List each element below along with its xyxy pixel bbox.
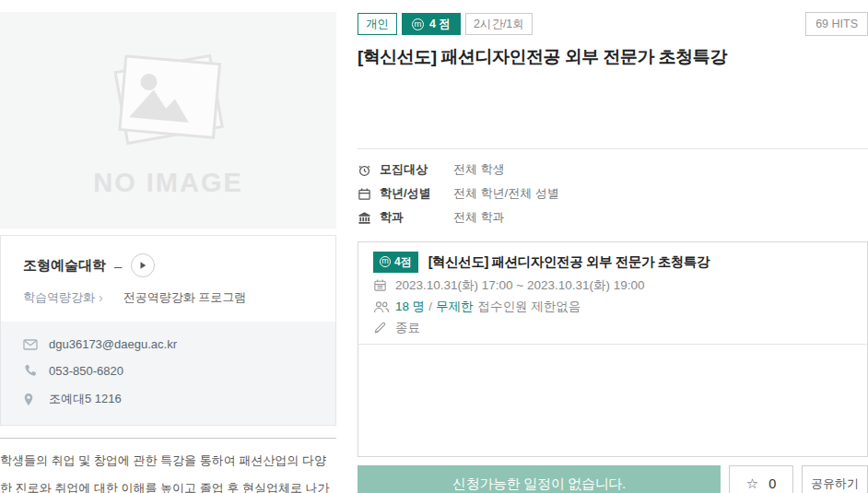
contact-phone: 053-850-6820 xyxy=(49,364,123,378)
calendar-icon xyxy=(373,278,395,292)
people-icon xyxy=(373,300,395,313)
clock-icon xyxy=(358,163,380,177)
info-value: 전체 학과 xyxy=(453,209,505,226)
action-row: 신청가능한 일정이 없습니다. ☆ 0 공유하기 xyxy=(358,465,868,493)
share-button[interactable]: 공유하기 xyxy=(802,465,868,493)
pen-icon xyxy=(373,321,395,335)
mail-icon xyxy=(23,339,49,350)
program-description: 학생들의 취업 및 창업에 관한 특강을 통하여 패션산업의 다양한 진로와 취… xyxy=(0,447,336,493)
schedule-card: m 4점 [혁신선도] 패션디자인전공 외부 전문가 초청특강 2023.10.… xyxy=(358,241,868,457)
mileage-points-badge: m 4 점 xyxy=(402,13,461,35)
duration-badge: 2시간/1회 xyxy=(465,13,533,35)
personal-badge: 개인 xyxy=(358,13,397,35)
chevron-right-icon: › xyxy=(99,290,103,305)
program-detail-page: NO IMAGE 조형예술대학 – 학습역량강화 › 전공역량강화 프로그램 xyxy=(0,0,868,493)
contact-location: 조예대5 1216 xyxy=(49,391,122,407)
calendar-icon xyxy=(358,187,380,201)
schedule-card-header: m 4점 [혁신선도] 패션디자인전공 외부 전문가 초청특강 2023.10.… xyxy=(358,242,867,344)
favorite-count: 0 xyxy=(768,476,776,491)
hits-badge: 69 HITS xyxy=(805,12,868,36)
schedule-card-body xyxy=(358,344,867,456)
contact-email-row: dgu36173@daegu.ac.kr xyxy=(23,337,313,351)
capacity: 무제한 xyxy=(436,299,474,315)
contact-phone-row: 053-850-6820 xyxy=(23,364,313,378)
page-title: [혁신선도] 패션디자인전공 외부 전문가 초청특강 xyxy=(358,45,868,69)
play-button[interactable] xyxy=(131,253,155,277)
left-column: NO IMAGE 조형예술대학 – 학습역량강화 › 전공역량강화 프로그램 xyxy=(0,12,336,493)
mileage-icon: m xyxy=(380,256,391,267)
star-icon: ☆ xyxy=(746,475,758,492)
info-label: 학년/성별 xyxy=(380,185,453,202)
schedule-status-row: 종료 xyxy=(373,320,852,335)
info-value: 전체 학생 xyxy=(453,161,505,178)
no-image-icon xyxy=(90,43,247,162)
schedule-date-range: 2023.10.31(화) 17:00 ~ 2023.10.31(화) 19:0… xyxy=(395,277,645,294)
no-schedule-button[interactable]: 신청가능한 일정이 없습니다. xyxy=(358,465,721,493)
right-column: 개인 m 4 점 2시간/1회 69 HITS [혁신선도] 패션디자인전공 외… xyxy=(358,12,868,493)
schedule-status: 종료 xyxy=(395,320,420,336)
program-description-section: 학생들의 취업 및 창업에 관한 특강을 통하여 패션산업의 다양한 진로와 취… xyxy=(0,438,336,493)
phone-icon xyxy=(23,364,49,378)
schedule-applicants-row: 18 명 / 무제한 접수인원 제한없음 xyxy=(373,299,852,314)
info-value: 전체 학년/전체 성별 xyxy=(453,185,559,202)
breadcrumb-program: 전공역량강화 프로그램 xyxy=(123,289,247,306)
organization-dash: – xyxy=(114,258,122,274)
info-row-department: 학과 전체 학과 xyxy=(358,205,868,229)
organization-header: 조형예술대학 – 학습역량강화 › 전공역량강화 프로그램 xyxy=(1,236,335,322)
info-section: 모집대상 전체 학생 학년/성별 전체 학년/전체 성별 xyxy=(358,148,868,229)
map-pin-icon xyxy=(23,393,49,406)
schedule-date-row: 2023.10.31(화) 17:00 ~ 2023.10.31(화) 19:0… xyxy=(373,277,852,293)
play-icon xyxy=(138,259,147,273)
program-image-placeholder: NO IMAGE xyxy=(0,12,336,229)
capacity-note: 접수인원 제한없음 xyxy=(478,299,581,315)
mileage-icon: m xyxy=(412,18,424,30)
mileage-points-label: 4점 xyxy=(394,254,412,270)
contact-section: dgu36173@daegu.ac.kr 053-850-6820 xyxy=(1,322,335,425)
mileage-points-badge-small: m 4점 xyxy=(373,252,418,273)
breadcrumb: 학습역량강화 › 전공역량강화 프로그램 xyxy=(23,289,313,306)
info-row-grade-gender: 학년/성별 전체 학년/전체 성별 xyxy=(358,182,868,205)
no-image-label: NO IMAGE xyxy=(93,168,243,198)
applicant-count: 18 명 xyxy=(395,299,425,315)
info-label: 모집대상 xyxy=(380,161,453,178)
favorite-button[interactable]: ☆ 0 xyxy=(729,465,793,493)
badge-row: 개인 m 4 점 2시간/1회 69 HITS xyxy=(358,12,868,36)
breadcrumb-category: 학습역량강화 xyxy=(23,289,95,306)
schedule-title: [혁신선도] 패션디자인전공 외부 전문가 초청특강 xyxy=(428,253,710,271)
organization-box: 조형예술대학 – 학습역량강화 › 전공역량강화 프로그램 xyxy=(0,235,336,426)
bank-icon xyxy=(358,211,380,225)
info-row-target: 모집대상 전체 학생 xyxy=(358,158,868,182)
mileage-points-label: 4 점 xyxy=(429,17,451,32)
organization-name: 조형예술대학 xyxy=(23,257,106,275)
applicant-separator: / xyxy=(428,299,432,313)
info-label: 학과 xyxy=(380,209,453,226)
contact-location-row: 조예대5 1216 xyxy=(23,391,313,407)
contact-email: dgu36173@daegu.ac.kr xyxy=(49,337,177,351)
